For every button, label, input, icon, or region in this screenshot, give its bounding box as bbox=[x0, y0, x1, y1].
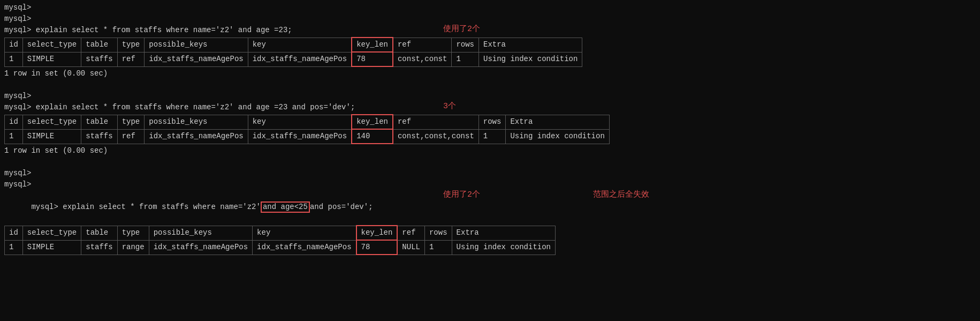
table3-header-key: key bbox=[253, 226, 356, 240]
table2-header-possible-keys: possible_keys bbox=[145, 115, 248, 129]
annotation-query3-2: 范围之后全失效 bbox=[593, 189, 649, 201]
table2-header-ref: ref bbox=[393, 115, 478, 129]
table2-cell-key-len: 140 bbox=[352, 129, 393, 144]
table3-cell-ref: NULL bbox=[397, 240, 424, 255]
table1: id select_type table type possible_keys … bbox=[4, 37, 582, 67]
result1-line: 1 row in set (0.00 sec) bbox=[4, 68, 976, 79]
prompt-line-3: mysql> bbox=[4, 91, 976, 102]
table1-cell-id: 1 bbox=[5, 52, 23, 66]
blank2 bbox=[4, 156, 976, 168]
blank1 bbox=[4, 79, 976, 91]
table2-cell-select-type: SIMPLE bbox=[22, 129, 81, 144]
table1-header-select-type: select_type bbox=[22, 38, 81, 52]
table1-cell-select-type: SIMPLE bbox=[22, 52, 81, 66]
table1-header-rows: rows bbox=[452, 38, 479, 52]
table1-header-possible-keys: possible_keys bbox=[145, 38, 248, 52]
table2-container: id select_type table type possible_keys … bbox=[4, 114, 976, 144]
table1-header-key: key bbox=[248, 38, 352, 52]
table3-header-key-len: key_len bbox=[356, 226, 398, 240]
table3-cell-select-type: SIMPLE bbox=[22, 240, 81, 255]
table3-header-possible-keys: possible_keys bbox=[149, 226, 252, 240]
table1-header-row: id select_type table type possible_keys … bbox=[5, 38, 582, 52]
query3-prefix: mysql> explain select * from staffs wher… bbox=[31, 203, 260, 211]
query3-line: mysql> explain select * from staffs wher… bbox=[4, 190, 373, 224]
table2-cell-key: idx_staffs_nameAgePos bbox=[248, 129, 352, 144]
prompt-line-5: mysql> bbox=[4, 179, 976, 190]
table3-data-row: 1 SIMPLE staffs range idx_staffs_nameAge… bbox=[5, 240, 556, 255]
table2-header-row: id select_type table type possible_keys … bbox=[5, 115, 610, 129]
table1-container: id select_type table type possible_keys … bbox=[4, 37, 976, 67]
table3-cell-id: 1 bbox=[5, 240, 23, 255]
table2-cell-table: staffs bbox=[81, 129, 117, 144]
table1-header-type: type bbox=[117, 38, 145, 52]
table1-cell-key-len: 78 bbox=[352, 52, 393, 66]
table3-container: id select_type table type possible_keys … bbox=[4, 225, 976, 255]
table3-header-id: id bbox=[5, 226, 23, 240]
annotation-query2: 3个 bbox=[443, 101, 456, 113]
table1-cell-key: idx_staffs_nameAgePos bbox=[248, 52, 352, 66]
table1-data-row: 1 SIMPLE staffs ref idx_staffs_nameAgePo… bbox=[5, 52, 582, 66]
table1-header-id: id bbox=[5, 38, 23, 52]
table2: id select_type table type possible_keys … bbox=[4, 114, 610, 144]
table1-cell-rows: 1 bbox=[452, 52, 479, 66]
table2-cell-id: 1 bbox=[5, 129, 23, 144]
table2-cell-type: ref bbox=[117, 129, 145, 144]
query3-row: mysql> explain select * from staffs wher… bbox=[4, 190, 976, 224]
table3-header-table: table bbox=[81, 226, 117, 240]
table1-cell-possible-keys: idx_staffs_nameAgePos bbox=[145, 52, 248, 66]
table3-cell-extra: Using index condition bbox=[452, 240, 555, 255]
table2-header-key-len: key_len bbox=[352, 115, 393, 129]
query3-highlight-box: and age<25 bbox=[261, 201, 310, 213]
table2-data-row: 1 SIMPLE staffs ref idx_staffs_nameAgePo… bbox=[5, 129, 610, 144]
table1-cell-type: ref bbox=[117, 52, 145, 66]
result2-line: 1 row in set (0.00 sec) bbox=[4, 145, 976, 156]
table2-header-key: key bbox=[248, 115, 352, 129]
table1-header-ref: ref bbox=[393, 38, 452, 52]
table3-header-ref: ref bbox=[397, 226, 424, 240]
table3-header-row: id select_type table type possible_keys … bbox=[5, 226, 556, 240]
table2-header-select-type: select_type bbox=[22, 115, 81, 129]
table3-cell-key-len: 78 bbox=[356, 240, 398, 255]
table2-cell-possible-keys: idx_staffs_nameAgePos bbox=[145, 129, 248, 144]
table1-header-key-len: key_len bbox=[352, 38, 393, 52]
table3-cell-possible-keys: idx_staffs_nameAgePos bbox=[149, 240, 252, 255]
annotation-query3: 使用了2个 bbox=[443, 189, 480, 201]
table2-header-id: id bbox=[5, 115, 23, 129]
table3-cell-key: idx_staffs_nameAgePos bbox=[253, 240, 356, 255]
table3-cell-type: range bbox=[117, 240, 149, 255]
table3-cell-table: staffs bbox=[81, 240, 117, 255]
table2-header-rows: rows bbox=[478, 115, 506, 129]
table1-header-extra: Extra bbox=[478, 38, 582, 52]
table1-cell-extra: Using index condition bbox=[478, 52, 582, 66]
prompt-line-1: mysql> bbox=[4, 2, 976, 13]
table1-header-table: table bbox=[81, 38, 117, 52]
table2-header-table: table bbox=[81, 115, 117, 129]
table3-header-type: type bbox=[117, 226, 149, 240]
table2-cell-ref: const,const,const bbox=[393, 129, 478, 144]
query3-suffix: and pos='dev'; bbox=[310, 203, 373, 211]
table1-cell-table: staffs bbox=[81, 52, 117, 66]
table3: id select_type table type possible_keys … bbox=[4, 225, 556, 255]
prompt-line-4: mysql> bbox=[4, 168, 976, 179]
table1-cell-ref: const,const bbox=[393, 52, 452, 66]
table3-header-extra: Extra bbox=[452, 226, 555, 240]
table2-cell-rows: 1 bbox=[478, 129, 506, 144]
table2-header-extra: Extra bbox=[506, 115, 609, 129]
query2-line: mysql> explain select * from staffs wher… bbox=[4, 102, 355, 113]
query1-line: mysql> explain select * from staffs wher… bbox=[4, 25, 292, 36]
table2-header-type: type bbox=[117, 115, 145, 129]
prompt-line-2: mysql> bbox=[4, 13, 976, 25]
table3-header-select-type: select_type bbox=[22, 226, 81, 240]
table2-cell-extra: Using index condition bbox=[506, 129, 609, 144]
table3-cell-rows: 1 bbox=[424, 240, 452, 255]
terminal: mysql> mysql> mysql> explain select * fr… bbox=[0, 0, 980, 258]
annotation-query1: 使用了2个 bbox=[443, 24, 480, 36]
table3-header-rows: rows bbox=[424, 226, 452, 240]
